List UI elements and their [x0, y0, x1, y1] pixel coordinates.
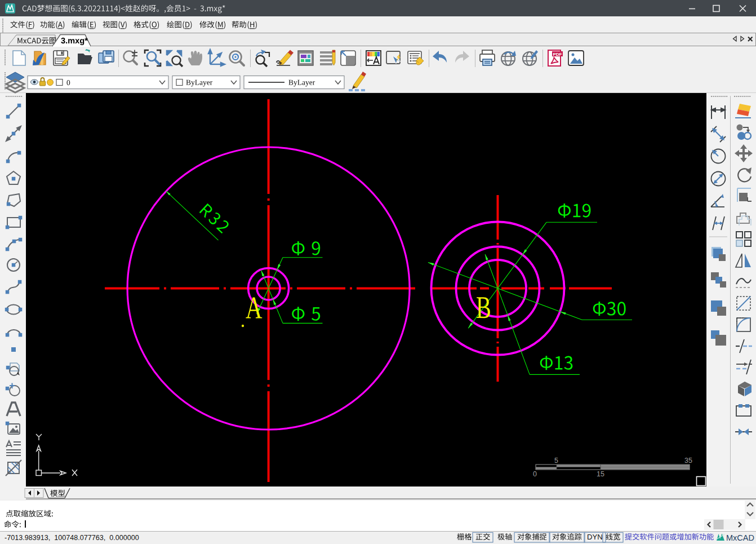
svg-text:5: 5 [554, 457, 558, 465]
svg-text:MxCAD: MxCAD [726, 533, 754, 542]
svg-text:DYN: DYN [587, 533, 603, 541]
svg-text:35: 35 [684, 457, 692, 465]
svg-text:0: 0 [533, 470, 537, 478]
svg-text:15: 15 [597, 470, 604, 478]
svg-text:PDF: PDF [553, 52, 562, 57]
svg-text:-7013.983913, 100748.077763,: -7013.983913, 100748.077763, 0.000000 [5, 534, 139, 542]
